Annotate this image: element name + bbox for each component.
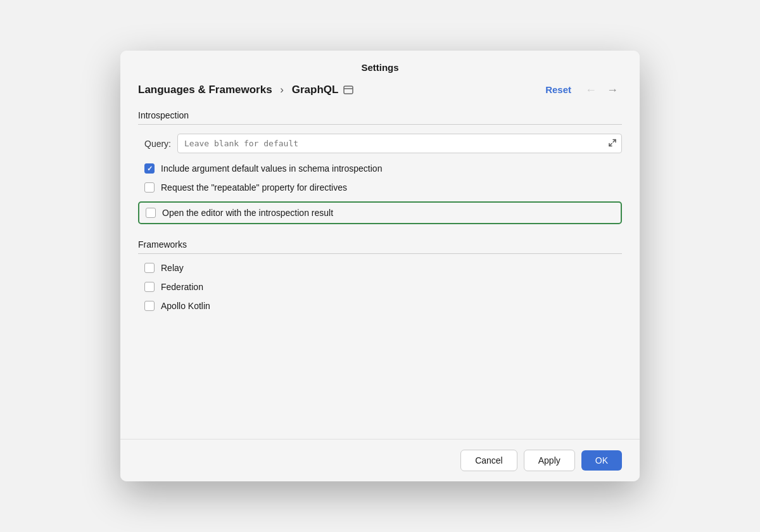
expand-icon[interactable] — [608, 138, 617, 149]
query-input-wrapper — [177, 134, 622, 153]
query-label: Query: — [144, 139, 171, 149]
apply-button[interactable]: Apply — [524, 450, 575, 471]
breadcrumb-separator: › — [277, 84, 287, 96]
checkbox-label-open-editor: Open the editor with the introspection r… — [162, 208, 333, 218]
checkbox-label-request-repeatable: Request the "repeatable" property for di… — [161, 182, 347, 193]
breadcrumb-current: GraphQL — [292, 84, 339, 96]
svg-rect-0 — [344, 86, 353, 94]
cancel-button[interactable]: Cancel — [460, 450, 517, 471]
nav-arrows: ← → — [581, 83, 622, 97]
checkbox-federation[interactable] — [144, 282, 155, 292]
checkbox-apollo-kotlin[interactable] — [144, 301, 155, 311]
introspection-section-header: Introspection — [138, 110, 622, 125]
breadcrumb-icon — [343, 86, 353, 94]
checkbox-row-apollo-kotlin: Apollo Kotlin — [138, 301, 622, 311]
ok-button[interactable]: OK — [581, 450, 622, 471]
dialog-body: Languages & Frameworks › GraphQL Reset ←… — [120, 82, 640, 439]
frameworks-section: Frameworks Relay Federation Apollo Kotli… — [138, 239, 622, 311]
checkbox-row-open-editor: Open the editor with the introspection r… — [138, 201, 622, 224]
checkbox-label-relay: Relay — [161, 263, 184, 273]
checkbox-label-apollo-kotlin: Apollo Kotlin — [161, 301, 210, 311]
checkbox-row-include-arg-defaults: Include argument default values in schem… — [138, 163, 622, 174]
breadcrumb: Languages & Frameworks › GraphQL Reset ←… — [138, 82, 622, 98]
breadcrumb-parent: Languages & Frameworks — [138, 84, 272, 96]
settings-dialog: Settings Languages & Frameworks › GraphQ… — [120, 51, 640, 481]
checkbox-row-relay: Relay — [138, 263, 622, 273]
checkbox-request-repeatable[interactable] — [144, 182, 155, 193]
checkbox-open-editor[interactable] — [146, 208, 156, 218]
dialog-title: Settings — [120, 51, 640, 82]
dialog-footer: Cancel Apply OK — [120, 439, 640, 481]
checkbox-row-request-repeatable: Request the "repeatable" property for di… — [138, 182, 622, 193]
query-row: Query: — [138, 134, 622, 153]
frameworks-section-header: Frameworks — [138, 239, 622, 254]
checkbox-include-arg-defaults[interactable] — [144, 163, 155, 174]
checkbox-label-include-arg-defaults: Include argument default values in schem… — [161, 163, 382, 174]
checkbox-label-federation: Federation — [161, 282, 203, 292]
nav-forward-button[interactable]: → — [603, 83, 622, 97]
checkbox-row-federation: Federation — [138, 282, 622, 292]
introspection-section: Introspection Query: — [138, 110, 622, 224]
reset-button[interactable]: Reset — [540, 82, 576, 98]
nav-back-button[interactable]: ← — [581, 83, 600, 97]
query-input[interactable] — [177, 134, 622, 153]
checkbox-relay[interactable] — [144, 263, 155, 273]
